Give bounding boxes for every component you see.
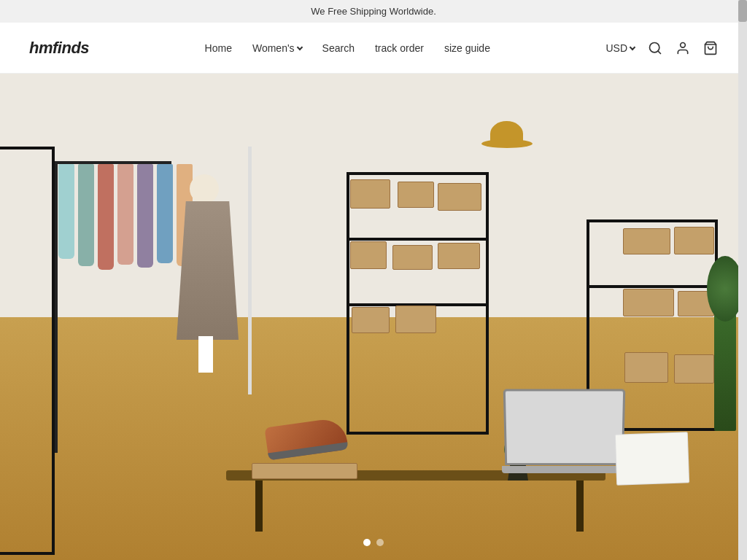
garment-1 — [58, 164, 74, 259]
right-shelf-box-1 — [674, 227, 714, 254]
currency-chevron-icon — [630, 44, 635, 50]
corner-plant-trunk — [714, 314, 736, 431]
hat-display — [481, 117, 533, 154]
search-icon[interactable] — [648, 41, 662, 55]
slider-dot-2[interactable] — [376, 539, 384, 546]
shelf-box-4 — [350, 241, 387, 269]
clothing-rack-pole — [55, 161, 58, 453]
garment-2 — [78, 164, 94, 266]
right-shelf-box-2 — [623, 228, 670, 254]
scrollbar[interactable] — [738, 0, 747, 560]
right-shelf-box-6 — [624, 352, 668, 383]
nav-home[interactable]: Home — [205, 42, 232, 54]
garment-5 — [137, 164, 153, 268]
shelf-box-1 — [350, 179, 390, 209]
display-table-leg-right — [576, 481, 584, 532]
laptop-screen — [503, 389, 626, 465]
svg-line-1 — [658, 50, 661, 53]
notebook-on-table — [615, 432, 689, 485]
nav-size-guide[interactable]: size guide — [444, 42, 490, 54]
right-shelf-bar — [587, 285, 718, 288]
nav-track-order[interactable]: track order — [375, 42, 424, 54]
hero-section — [0, 74, 747, 560]
cart-icon[interactable] — [703, 41, 718, 55]
mannequin-dress — [177, 201, 239, 340]
center-shelf-bar-1 — [347, 238, 489, 241]
garment-4 — [117, 164, 133, 265]
logo[interactable]: hmfinds — [29, 39, 89, 58]
nav-womens[interactable]: Women's — [252, 42, 302, 54]
mannequin-head — [190, 174, 219, 203]
svg-point-2 — [681, 42, 686, 47]
hero-scene — [0, 74, 747, 560]
slider-dots — [363, 539, 384, 546]
garment-6 — [157, 164, 173, 263]
laptop — [504, 389, 624, 473]
shelf-box-2 — [398, 182, 434, 208]
header: hmfinds Home Women's Search track order … — [0, 23, 747, 74]
mannequin-stand — [198, 336, 213, 373]
hat-brim — [481, 139, 533, 148]
display-table-leg-left — [255, 481, 263, 532]
currency-value: USD — [605, 42, 627, 54]
laptop-keyboard — [502, 466, 626, 473]
right-shelf-box-5 — [674, 354, 714, 384]
shelf-box-5 — [392, 245, 433, 270]
announcement-text: We Free Shipping Worldwide. — [311, 6, 436, 17]
right-shelf-box-4 — [623, 289, 674, 316]
nav-icons: USD — [605, 41, 718, 55]
garment-3 — [98, 164, 114, 270]
shelf-box-6 — [438, 243, 480, 269]
shelf-box-3 — [438, 183, 481, 211]
scrollbar-thumb[interactable] — [738, 0, 747, 22]
shelf-box-8 — [395, 306, 436, 333]
clothing-rack-garments — [58, 164, 193, 270]
left-shelf-unit — [0, 147, 55, 555]
shoe-display — [266, 422, 347, 466]
currency-selector[interactable]: USD — [605, 42, 635, 54]
shoe-shape — [264, 417, 348, 461]
womens-chevron-icon — [296, 44, 302, 50]
announcement-bar: We Free Shipping Worldwide. — [0, 0, 747, 23]
slider-dot-1[interactable] — [363, 539, 371, 546]
nav-search[interactable]: Search — [322, 42, 355, 54]
primary-nav: Home Women's Search track order size gui… — [205, 42, 490, 55]
shoe-sole — [268, 442, 348, 460]
curtain-divider — [248, 147, 252, 394]
account-icon[interactable] — [676, 41, 690, 55]
shelf-box-7 — [352, 307, 390, 333]
